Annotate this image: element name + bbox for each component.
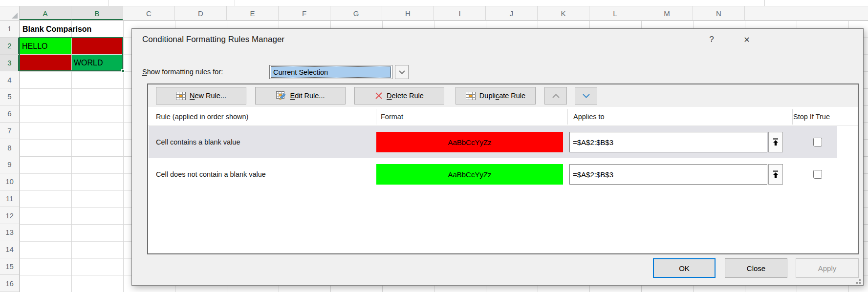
- rules-list: Rule (applied in order shown) Format App…: [148, 107, 858, 253]
- format-preview: AaBbCcYyZz: [376, 164, 563, 185]
- formula-bar-divider: [235, 0, 235, 6]
- conditional-formatting-rules-manager-dialog: Conditional Formatting Rules Manager ? ✕…: [131, 28, 864, 286]
- column-header[interactable]: A: [20, 6, 71, 20]
- new-rule-button[interactable]: New Rule...: [156, 87, 246, 104]
- format-preview: AaBbCcYyZz: [376, 132, 563, 152]
- row-header[interactable]: 1: [0, 21, 19, 38]
- formula-bar-strip: [0, 0, 868, 6]
- column-header[interactable]: K: [538, 6, 589, 20]
- column-header[interactable]: G: [330, 6, 382, 20]
- show-rules-label-rest: how formatting rules for:: [147, 68, 223, 76]
- row-header[interactable]: 14: [0, 241, 19, 258]
- resize-grip[interactable]: [854, 277, 861, 284]
- header-divider: [792, 109, 793, 125]
- row-header[interactable]: 16: [0, 275, 19, 292]
- delete-rule-x-icon: [375, 92, 383, 100]
- row-header[interactable]: 11: [0, 190, 19, 208]
- column-headers: ABCDEFGHIJKLMN: [20, 6, 868, 21]
- duplicate-rule-button[interactable]: Duplicate Rule: [456, 87, 536, 104]
- chevron-down-icon: [399, 70, 405, 74]
- edit-rule-label: Edit Rule...: [290, 92, 325, 100]
- row-header[interactable]: 10: [0, 173, 19, 190]
- cell-b3[interactable]: WORLD: [72, 55, 123, 71]
- help-icon[interactable]: ?: [705, 33, 718, 46]
- row-header[interactable]: 3: [0, 55, 19, 72]
- row-header[interactable]: 2: [0, 38, 19, 55]
- column-header[interactable]: M: [641, 6, 693, 20]
- show-rules-label-mnemonic: S: [142, 68, 147, 76]
- row-header[interactable]: 7: [0, 123, 19, 140]
- show-rules-label: Show formatting rules for:: [142, 68, 223, 76]
- column-header[interactable]: B: [71, 6, 123, 20]
- chevron-up-icon: [552, 94, 560, 98]
- close-icon[interactable]: ✕: [739, 33, 754, 46]
- range-picker-button[interactable]: [768, 132, 783, 152]
- select-all-triangle-icon: [12, 13, 18, 19]
- row-header[interactable]: 12: [0, 207, 19, 224]
- header-divider: [376, 109, 376, 125]
- chevron-down-icon: [583, 94, 590, 98]
- row-header[interactable]: 6: [0, 105, 19, 123]
- fill-handle[interactable]: [121, 69, 125, 73]
- edit-rule-button[interactable]: Edit Rule...: [255, 87, 346, 104]
- show-rules-dropdown-value: Current Selection: [271, 66, 391, 78]
- move-rule-up-button[interactable]: [544, 87, 567, 104]
- row-headers: 12345678910111213141516: [0, 21, 20, 292]
- select-all-corner[interactable]: [0, 6, 20, 21]
- duplicate-rule-label: Duplicate Rule: [479, 92, 525, 100]
- edit-rule-pencil-icon: [276, 91, 286, 100]
- column-header[interactable]: H: [382, 6, 434, 20]
- column-header[interactable]: F: [279, 6, 330, 20]
- applies-to-input[interactable]: [569, 132, 767, 152]
- row-header[interactable]: 15: [0, 258, 19, 275]
- rule-name: Cell contains a blank value: [156, 126, 240, 158]
- column-header-format: Format: [381, 109, 403, 125]
- column-header[interactable]: E: [227, 6, 279, 20]
- cell-b2[interactable]: [72, 38, 123, 54]
- column-header[interactable]: D: [175, 6, 227, 20]
- show-rules-dropdown-button[interactable]: [395, 65, 409, 79]
- collapse-dialog-arrow-icon: [772, 138, 779, 146]
- column-header-rule: Rule (applied in order shown): [156, 109, 248, 125]
- cell-a1[interactable]: Blank Comparison: [21, 21, 123, 37]
- column-header[interactable]: L: [589, 6, 641, 20]
- stop-if-true-checkbox[interactable]: [813, 170, 822, 179]
- new-rule-table-icon: [176, 92, 186, 100]
- row-header[interactable]: 8: [0, 139, 19, 156]
- column-header[interactable]: C: [123, 6, 175, 20]
- new-rule-label: New Rule...: [190, 92, 226, 100]
- header-divider: [567, 109, 568, 125]
- ok-button[interactable]: OK: [653, 258, 716, 278]
- column-header[interactable]: J: [486, 6, 538, 20]
- duplicate-rule-table-icon: [466, 92, 476, 100]
- applies-to-input[interactable]: [569, 164, 767, 185]
- cell-a2[interactable]: HELLO: [20, 38, 71, 54]
- row-header[interactable]: 13: [0, 224, 19, 241]
- close-button[interactable]: Close: [725, 258, 787, 278]
- rule-row[interactable]: Cell does not contain a blank value AaBb…: [149, 158, 837, 190]
- rule-row-selected[interactable]: Cell contains a blank value AaBbCcYyZz: [149, 126, 837, 158]
- column-header[interactable]: I: [434, 6, 486, 20]
- column-header[interactable]: N: [693, 6, 745, 20]
- rule-name: Cell does not contain a blank value: [156, 158, 266, 190]
- apply-button-disabled: Apply: [796, 258, 859, 278]
- formula-bar-divider-2: [764, 0, 765, 6]
- cell-a3[interactable]: [20, 55, 71, 71]
- dialog-title: Conditional Formatting Rules Manager: [142, 35, 284, 44]
- column-header-applies-to: Applies to: [573, 109, 605, 125]
- stop-if-true-checkbox[interactable]: [813, 138, 822, 146]
- row-header[interactable]: 4: [0, 71, 19, 88]
- delete-rule-label: Delete Rule: [387, 92, 424, 100]
- collapse-dialog-arrow-icon: [772, 170, 779, 178]
- row-header[interactable]: 9: [0, 156, 19, 173]
- move-rule-down-button[interactable]: [575, 87, 597, 104]
- delete-rule-button[interactable]: Delete Rule: [354, 87, 444, 104]
- range-picker-button[interactable]: [768, 164, 783, 185]
- show-rules-dropdown[interactable]: Current Selection: [269, 65, 392, 79]
- column-header-stop-if-true: Stop If True: [793, 109, 830, 125]
- name-box-divider: [108, 0, 109, 6]
- row-header[interactable]: 5: [0, 88, 19, 105]
